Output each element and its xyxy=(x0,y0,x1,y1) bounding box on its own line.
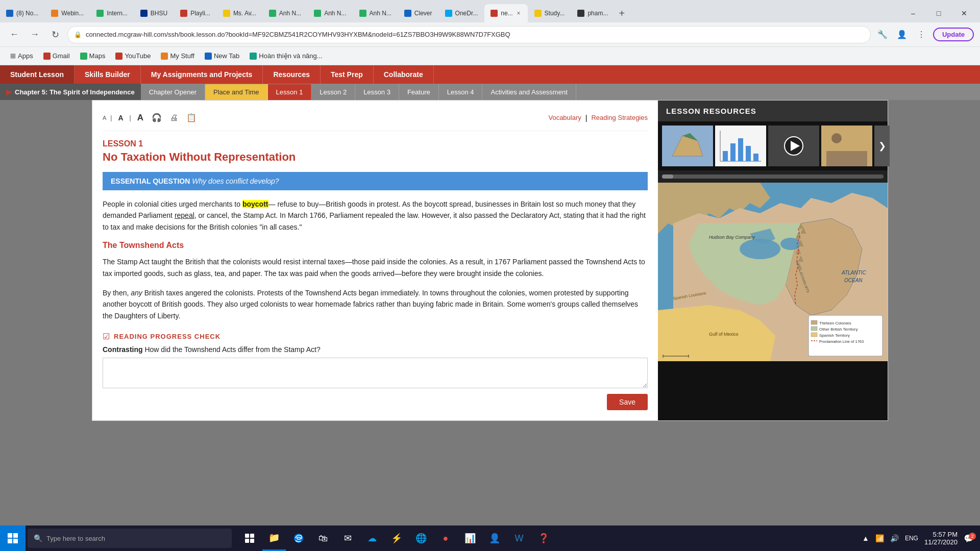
maximize-button[interactable]: □ xyxy=(927,5,950,21)
close-window-button[interactable]: ✕ xyxy=(952,5,976,21)
tab-8[interactable]: Anh N... xyxy=(308,4,352,22)
thumbnails-next[interactable]: ❯ xyxy=(874,126,890,166)
taskview-button[interactable] xyxy=(238,525,261,551)
tab-label-7: Anh N... xyxy=(279,10,301,17)
bookmark-newtab[interactable]: New Tab xyxy=(201,51,243,61)
activities-tab[interactable]: Activities and Assessment xyxy=(482,84,576,100)
tab-3[interactable]: Intern... xyxy=(90,4,134,22)
tab-favicon-10 xyxy=(404,10,411,17)
tab-6[interactable]: Ms. Av... xyxy=(217,4,262,22)
bookmark-apps[interactable]: ⊞ Apps xyxy=(6,51,37,61)
bookmark-gmail[interactable]: Gmail xyxy=(39,51,74,61)
nav-resources[interactable]: Resources xyxy=(263,65,321,84)
thumbnail-2[interactable] xyxy=(715,126,766,166)
print-icon[interactable]: 🖨 xyxy=(168,111,180,124)
bookmark-maps[interactable]: Maps xyxy=(76,51,110,61)
minimize-button[interactable]: – xyxy=(901,5,925,21)
headphones-icon[interactable]: 🎧 xyxy=(150,111,164,124)
tab-5[interactable]: Playli... xyxy=(174,4,216,22)
answer-input[interactable] xyxy=(103,358,648,388)
mail-button[interactable]: ✉ xyxy=(336,525,359,551)
tab-7[interactable]: Anh N... xyxy=(263,4,307,22)
start-button[interactable] xyxy=(0,525,26,551)
menu-button[interactable]: ⋮ xyxy=(914,27,929,42)
nav-test-prep[interactable]: Test Prep xyxy=(321,65,374,84)
edge-button[interactable] xyxy=(287,525,310,551)
place-time-tab[interactable]: Place and Time xyxy=(205,84,268,100)
word-button[interactable]: W xyxy=(507,525,531,551)
profile-button[interactable]: 👤 xyxy=(894,27,910,42)
lesson4-tab[interactable]: Lesson 4 xyxy=(439,84,483,100)
nav-skills-builder[interactable]: Skills Builder xyxy=(75,65,141,84)
tab-favicon-1 xyxy=(6,10,13,17)
font-large-button[interactable]: A xyxy=(135,112,145,124)
bookmark-mystuff[interactable]: My Stuff xyxy=(157,51,198,61)
lesson3-tab[interactable]: Lesson 3 xyxy=(355,84,399,100)
thumbnail-3[interactable] xyxy=(768,126,819,166)
bookmark-hoan-thien[interactable]: Hoàn thiện và nâng... xyxy=(246,51,326,61)
icon-app7[interactable]: ⚡ xyxy=(385,525,408,551)
back-button[interactable]: ← xyxy=(6,27,22,43)
tab-4[interactable]: BHSU xyxy=(134,4,174,22)
tab-9[interactable]: Anh N... xyxy=(353,4,398,22)
body-paragraph-3: By then, any British taxes angered the c… xyxy=(103,287,648,321)
lesson2-tab[interactable]: Lesson 2 xyxy=(311,84,355,100)
time-display: 5:57 PM xyxy=(924,531,958,538)
tab-2[interactable]: Webin... xyxy=(45,4,90,22)
chapter-opener-tab[interactable]: Chapter Opener xyxy=(141,84,205,100)
save-button[interactable]: Save xyxy=(607,394,648,410)
content-links: Vocabulary | Reading Strategies xyxy=(548,114,648,122)
svg-text:Other British Territory: Other British Territory xyxy=(819,327,857,332)
nav-my-assignments[interactable]: My Assignments and Projects xyxy=(141,65,263,84)
lesson-title: No Taxation Without Representation xyxy=(103,151,648,164)
help-button[interactable]: ❓ xyxy=(532,525,555,551)
vocabulary-link[interactable]: Vocabulary xyxy=(548,114,581,122)
windows-logo-icon xyxy=(8,533,18,543)
thumbnail-4[interactable] xyxy=(821,126,872,166)
store-button[interactable]: 🛍 xyxy=(311,525,335,551)
tab-favicon-7 xyxy=(269,10,276,17)
map-container: Hudson Bay Company ATLANTIC OCEAN Gulf o… xyxy=(658,183,888,361)
extensions-button[interactable]: 🔧 xyxy=(875,27,890,42)
update-button[interactable]: Update xyxy=(933,28,974,41)
thumbnail-1[interactable] xyxy=(662,126,713,166)
tab-1[interactable]: (8) No... xyxy=(0,4,44,22)
tab-11[interactable]: OneDr... xyxy=(439,4,484,22)
apps-icon: ⊞ xyxy=(10,52,16,60)
onedrive-button[interactable]: ☁ xyxy=(360,525,384,551)
icon-app9[interactable]: ● xyxy=(434,525,457,551)
icon-app11[interactable]: 👤 xyxy=(483,525,506,551)
taskbar-search-area[interactable]: 🔍 Type here to search xyxy=(28,529,232,548)
volume-icon[interactable]: 🔊 xyxy=(890,534,899,542)
reload-button[interactable]: ↻ xyxy=(47,27,63,43)
file-explorer-button[interactable]: 📁 xyxy=(262,525,286,551)
tab-12-active[interactable]: ne... × xyxy=(484,4,527,22)
taskbar-up-arrow[interactable]: ▲ xyxy=(862,534,869,542)
tab-favicon-6 xyxy=(223,10,230,17)
notification-badge[interactable]: 💬 2 xyxy=(964,534,974,543)
bookmark-youtube[interactable]: YouTube xyxy=(111,51,155,61)
tab-14[interactable]: pham... xyxy=(571,4,614,22)
svg-rect-36 xyxy=(8,533,12,538)
notes-icon[interactable]: 📋 xyxy=(184,111,199,124)
new-tab-button[interactable]: + xyxy=(615,8,629,19)
tab-close-12[interactable]: × xyxy=(516,9,522,18)
feature-tab[interactable]: Feature xyxy=(399,84,439,100)
tab-favicon-11 xyxy=(445,10,452,17)
nav-collaborate[interactable]: Collaborate xyxy=(374,65,434,84)
reading-strategies-link[interactable]: Reading Strategies xyxy=(591,114,648,122)
excel-button[interactable]: 📊 xyxy=(458,525,482,551)
url-bar[interactable]: 🔒 connected.mcgraw-hill.com/ssh/book.les… xyxy=(67,26,871,43)
lesson1-tab[interactable]: Lesson 1 xyxy=(268,84,312,100)
svg-point-16 xyxy=(740,239,780,259)
language-indicator: ENG xyxy=(905,535,918,542)
tab-13[interactable]: Study... xyxy=(528,4,571,22)
tab-10[interactable]: Clever xyxy=(398,4,438,22)
font-medium-button[interactable]: A xyxy=(116,113,125,123)
chapter-title-item[interactable]: ▶ Chapter 5: The Spirit of Independence xyxy=(0,84,141,100)
chrome-button[interactable]: 🌐 xyxy=(409,525,433,551)
forward-button[interactable]: → xyxy=(27,27,43,43)
nav-student-lesson[interactable]: Student Lesson xyxy=(0,65,75,84)
svg-text:OCEAN: OCEAN xyxy=(844,278,863,283)
maps-favicon xyxy=(80,53,87,60)
